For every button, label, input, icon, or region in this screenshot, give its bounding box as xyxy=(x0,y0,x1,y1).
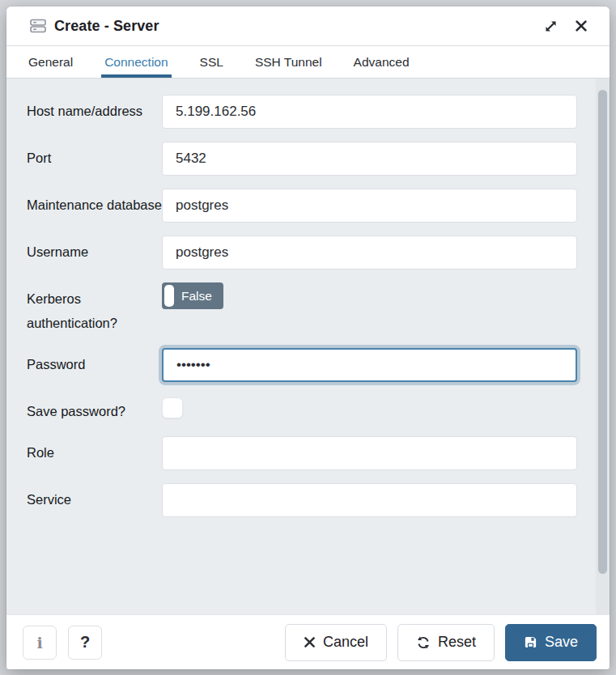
cancel-x-icon xyxy=(304,636,316,648)
save-button-label: Save xyxy=(545,634,578,651)
form-row: Role xyxy=(27,436,577,470)
host-label: Host name/address xyxy=(27,95,162,123)
form-row: Maintenance database xyxy=(27,189,577,223)
save-icon xyxy=(524,635,537,649)
sql-info-button[interactable]: i xyxy=(23,626,57,660)
kerberos-label: Kerberos authentication? xyxy=(27,282,162,335)
save-password-checkbox[interactable] xyxy=(162,397,183,418)
tab-ssh-tunnel[interactable]: SSH Tunnel xyxy=(253,46,324,78)
tab-ssl[interactable]: SSL xyxy=(198,46,225,78)
toggle-state-label: False xyxy=(181,289,212,304)
password-input[interactable] xyxy=(162,348,577,382)
port-input[interactable] xyxy=(162,142,577,176)
close-button[interactable] xyxy=(569,14,593,38)
server-icon xyxy=(29,17,47,35)
dialog-tabbar: General Connection SSL SSH Tunnel Advanc… xyxy=(6,46,610,79)
kerberos-toggle[interactable]: False xyxy=(162,282,223,309)
form-row: Save password? xyxy=(27,395,577,423)
password-label: Password xyxy=(27,348,162,376)
tab-general[interactable]: General xyxy=(27,46,74,78)
maintenance-db-input[interactable] xyxy=(162,189,577,223)
scrollbar-track[interactable] xyxy=(596,79,610,614)
dialog-title: Create - Server xyxy=(54,18,159,35)
form-row: Service xyxy=(27,483,577,517)
cancel-button-label: Cancel xyxy=(323,634,368,651)
info-icon: i xyxy=(36,634,42,652)
dialog-footer: i ? Cancel Reset xyxy=(6,614,610,669)
form-row: Username xyxy=(27,236,577,270)
reset-button[interactable]: Reset xyxy=(397,624,495,661)
reset-icon xyxy=(416,635,431,650)
connection-form: Host name/address Port Maintenance datab… xyxy=(6,79,610,614)
username-label: Username xyxy=(27,236,162,264)
service-input[interactable] xyxy=(162,483,577,517)
host-input[interactable] xyxy=(162,95,577,129)
role-input[interactable] xyxy=(162,436,577,470)
save-button[interactable]: Save xyxy=(505,624,597,661)
help-icon: ? xyxy=(80,633,90,652)
scrollbar-thumb[interactable] xyxy=(598,90,607,574)
dialog-titlebar: Create - Server xyxy=(6,6,610,46)
service-label: Service xyxy=(27,483,162,512)
cancel-button[interactable]: Cancel xyxy=(285,624,387,661)
tab-connection[interactable]: Connection xyxy=(103,46,169,78)
maintenance-db-label: Maintenance database xyxy=(27,189,162,217)
form-row: Host name/address xyxy=(27,95,577,129)
form-row: Kerberos authentication? False xyxy=(27,282,577,335)
form-row: Password xyxy=(27,348,577,382)
username-input[interactable] xyxy=(162,236,577,270)
maximize-button[interactable] xyxy=(538,14,563,38)
role-label: Role xyxy=(27,436,162,465)
tab-advanced[interactable]: Advanced xyxy=(352,46,411,78)
port-label: Port xyxy=(27,142,162,170)
create-server-dialog: Create - Server General Connection SSL S… xyxy=(6,6,610,669)
close-icon xyxy=(574,19,588,33)
help-button[interactable]: ? xyxy=(68,626,102,660)
save-password-label: Save password? xyxy=(27,395,162,423)
maximize-icon xyxy=(543,19,559,34)
form-row: Port xyxy=(27,142,577,176)
reset-button-label: Reset xyxy=(438,634,476,651)
toggle-knob xyxy=(164,285,174,307)
